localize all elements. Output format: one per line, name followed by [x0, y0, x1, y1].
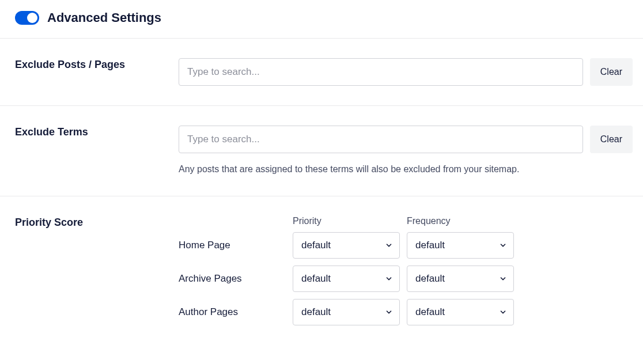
archive-frequency-select[interactable]: default	[407, 266, 514, 292]
home-priority-select[interactable]: default	[293, 232, 400, 259]
priority-row-author: Author Pages default default	[179, 299, 633, 325]
exclude-terms-body: Clear Any posts that are assigned to the…	[179, 126, 633, 176]
exclude-posts-input[interactable]	[179, 58, 583, 86]
exclude-terms-input[interactable]	[179, 126, 583, 153]
archive-priority-select[interactable]: default	[293, 266, 400, 292]
exclude-terms-row: Clear	[179, 126, 633, 153]
exclude-posts-row: Clear	[179, 58, 633, 86]
home-frequency-select[interactable]: default	[407, 232, 514, 259]
exclude-posts-label: Exclude Posts / Pages	[15, 58, 179, 71]
home-frequency-select-wrap: default	[407, 232, 514, 259]
home-priority-select-wrap: default	[293, 232, 400, 259]
exclude-terms-label-col: Exclude Terms	[15, 126, 179, 176]
priority-score-label: Priority Score	[15, 216, 179, 229]
toggle-knob	[27, 13, 37, 23]
advanced-settings-header: Advanced Settings	[0, 0, 643, 39]
priority-score-section: Priority Score Priority Frequency Home P…	[0, 196, 643, 332]
frequency-column-header: Frequency	[407, 216, 514, 226]
priority-column-header: Priority	[293, 216, 400, 226]
exclude-posts-label-col: Exclude Posts / Pages	[15, 58, 179, 86]
priority-row-home-label: Home Page	[179, 240, 293, 251]
author-priority-select-wrap: default	[293, 299, 400, 325]
priority-header-spacer	[179, 216, 293, 226]
priority-row-archive: Archive Pages default default	[179, 266, 633, 292]
exclude-posts-clear-button[interactable]: Clear	[590, 58, 633, 86]
exclude-terms-helper: Any posts that are assigned to these ter…	[179, 162, 633, 176]
exclude-posts-section: Exclude Posts / Pages Clear	[0, 39, 643, 106]
priority-row-author-label: Author Pages	[179, 306, 293, 318]
priority-row-archive-label: Archive Pages	[179, 273, 293, 285]
advanced-settings-title: Advanced Settings	[47, 10, 161, 25]
exclude-terms-section: Exclude Terms Clear Any posts that are a…	[0, 106, 643, 196]
priority-score-label-col: Priority Score	[15, 216, 179, 332]
exclude-posts-body: Clear	[179, 58, 633, 86]
priority-score-body: Priority Frequency Home Page default def…	[179, 216, 633, 332]
priority-header-row: Priority Frequency	[179, 216, 633, 226]
exclude-terms-label: Exclude Terms	[15, 126, 179, 139]
author-priority-select[interactable]: default	[293, 299, 400, 325]
author-frequency-select-wrap: default	[407, 299, 514, 325]
advanced-settings-toggle[interactable]	[15, 11, 39, 25]
exclude-terms-clear-button[interactable]: Clear	[590, 126, 633, 153]
archive-priority-select-wrap: default	[293, 266, 400, 292]
archive-frequency-select-wrap: default	[407, 266, 514, 292]
priority-row-home: Home Page default default	[179, 232, 633, 259]
author-frequency-select[interactable]: default	[407, 299, 514, 325]
